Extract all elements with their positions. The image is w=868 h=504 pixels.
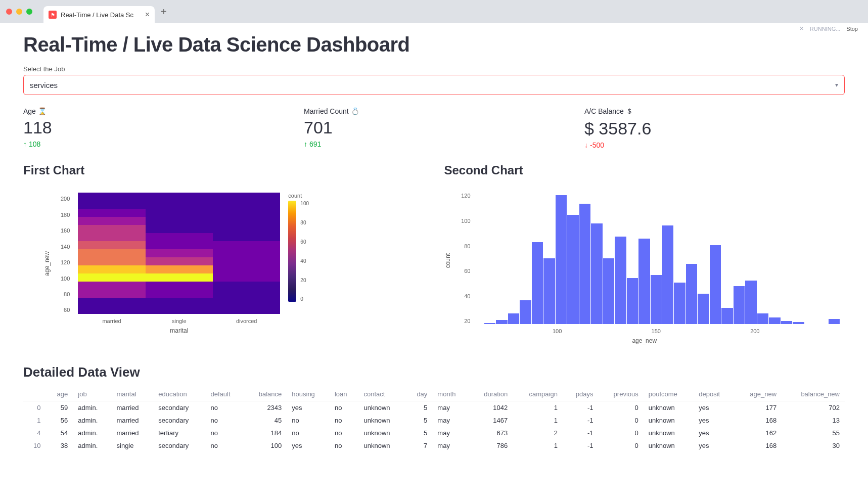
new-tab-button[interactable]: + — [161, 6, 167, 18]
maximize-window-icon[interactable] — [26, 9, 32, 15]
tab-title: Real-Time / Live Data Sc — [61, 11, 133, 19]
metric-age: Age ⌛ 118 ↑108 — [23, 107, 284, 149]
metric-delta: ↓-500 — [584, 141, 845, 149]
second-chart: Second Chart count 12010080604020 100150… — [444, 163, 845, 344]
arrow-up-icon: ↑ — [304, 140, 307, 148]
table-row[interactable]: 1038admin.singlesecondaryno100yesnounkno… — [23, 439, 845, 452]
browser-tab[interactable]: ⚑ Real-Time / Live Data Sc × — [43, 6, 155, 23]
colorbar-gradient — [288, 201, 296, 302]
table-row[interactable]: 454admin.marriedtertiaryno184nonounknown… — [23, 427, 845, 439]
arrow-down-icon: ↓ — [584, 141, 588, 149]
heatmap-xlabel: marital — [78, 327, 280, 334]
heatmap-grid[interactable] — [78, 193, 280, 314]
data-table[interactable]: agejobmaritaleducationdefaultbalancehous… — [23, 387, 845, 452]
browser-tabbar: ⚑ Real-Time / Live Data Sc × + — [0, 0, 868, 23]
hist-plot[interactable] — [473, 193, 840, 324]
close-tab-icon[interactable]: × — [145, 10, 150, 19]
page-title: Real-Time / Live Data Science Dashboard — [23, 33, 845, 56]
first-chart: First Chart age_new 20018016014012010080… — [23, 163, 424, 344]
hist-ylabel: count — [444, 253, 451, 268]
table-row[interactable]: 059admin.marriedsecondaryno2343yesnounkn… — [23, 401, 845, 415]
metric-label: Married Count 💍 — [304, 107, 564, 115]
metric-value: 701 — [304, 118, 564, 137]
table-row[interactable]: 156admin.marriedsecondaryno45nonounknown… — [23, 414, 845, 427]
metric-value: $ 3587.6 — [584, 119, 845, 138]
metric-delta: ↑691 — [304, 140, 564, 148]
streamlit-favicon-icon: ⚑ — [49, 11, 57, 19]
metric-delta: ↑108 — [23, 140, 284, 148]
running-icon: ✕ — [799, 25, 804, 32]
metric-label: A/C Balance ＄ — [584, 107, 845, 116]
metric-value: 118 — [23, 118, 284, 137]
minimize-window-icon[interactable] — [16, 9, 22, 15]
hist-xlabel: age_new — [444, 337, 845, 344]
chart-title: Second Chart — [444, 163, 845, 177]
metric-label: Age ⌛ — [23, 107, 284, 115]
table-body: 059admin.marriedsecondaryno2343yesnounkn… — [23, 401, 845, 452]
hist-y-axis: 12010080604020 — [460, 193, 471, 324]
arrow-up-icon: ↑ — [23, 140, 27, 148]
colorbar: count 100806040200 — [288, 193, 309, 302]
metric-married: Married Count 💍 701 ↑691 — [304, 107, 564, 149]
heatmap-y-axis: 2001801601401201008060 — [61, 193, 70, 314]
app-status: ✕ RUNNING... Stop — [799, 25, 858, 32]
window-controls — [6, 9, 32, 15]
job-select[interactable]: ▾ — [23, 75, 845, 95]
table-title: Detailed Data View — [23, 364, 845, 380]
close-window-icon[interactable] — [6, 9, 12, 15]
colorbar-ticks: 100806040200 — [300, 201, 309, 302]
running-label: RUNNING... — [810, 26, 841, 32]
metrics-row: Age ⌛ 118 ↑108 Married Count 💍 701 ↑691 … — [23, 107, 845, 149]
chevron-down-icon: ▾ — [835, 81, 838, 88]
heatmap-ylabel: age_new — [43, 251, 51, 276]
job-select-input[interactable] — [30, 81, 835, 89]
job-filter-label: Select the Job — [23, 65, 845, 73]
colorbar-label: count — [288, 193, 302, 199]
metric-balance: A/C Balance ＄ $ 3587.6 ↓-500 — [584, 107, 845, 149]
table-header-row: agejobmaritaleducationdefaultbalancehous… — [23, 387, 845, 401]
heatmap-x-axis: marriedsingledivorced — [78, 318, 280, 324]
stop-button[interactable]: Stop — [846, 26, 858, 32]
hist-x-axis: 100150200 — [473, 328, 840, 334]
chart-title: First Chart — [23, 163, 424, 177]
